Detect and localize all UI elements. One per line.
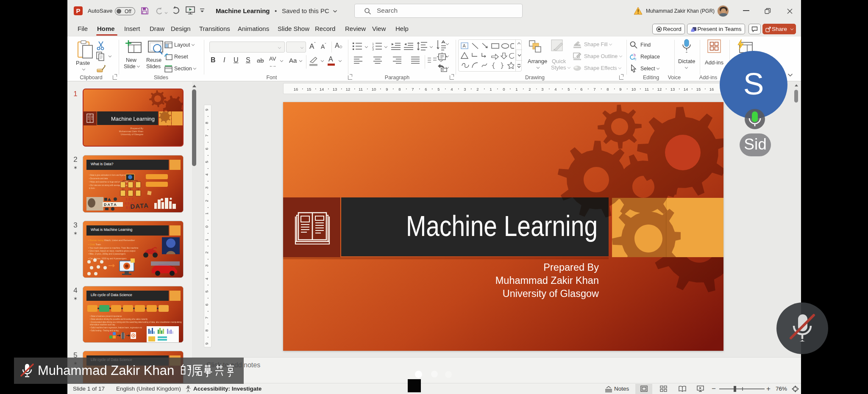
svg-text:11: 11 (359, 87, 363, 92)
svg-text:DATA: DATA (104, 203, 117, 207)
svg-text:University of Glasgow: University of Glasgow (121, 133, 143, 136)
svg-text:8: 8 (204, 122, 209, 124)
svg-text:• You much data given to machi: • You much data given to machine. Train … (88, 247, 139, 249)
svg-text:3: 3 (372, 47, 374, 50)
svg-text:2: 2 (476, 87, 479, 92)
svg-text:Prepared By: Prepared By (130, 127, 143, 130)
svg-text:Machine Learning: Machine Learning (406, 210, 598, 242)
svg-text:4: 4 (451, 87, 453, 92)
svg-text:8: 8 (606, 87, 609, 92)
svg-text:11: 11 (645, 87, 649, 92)
svg-text:• Bike, 2 tyres, 200kg and 2 p: • Bike, 2 tyres, 200kg and 2 passengers (88, 252, 126, 255)
svg-text:DATA: DATA (130, 202, 149, 210)
svg-text:12: 12 (346, 87, 351, 92)
svg-text:12: 12 (657, 87, 662, 92)
svg-text:1 2 3: 1 2 3 (125, 197, 134, 201)
svg-text:0: 0 (503, 87, 505, 92)
svg-text:4: 4 (204, 277, 209, 280)
svg-text:6: 6 (425, 87, 427, 92)
svg-text:0: 0 (204, 225, 209, 228)
svg-text:A: A (463, 43, 466, 48)
svg-text:University of Glasgow: University of Glasgow (503, 288, 599, 299)
svg-text:3: 3 (464, 87, 466, 92)
svg-text:Muhammad Zakir Khan: Muhammad Zakir Khan (119, 130, 143, 133)
svg-text:4: 4 (554, 87, 556, 92)
svg-text:5: 5 (437, 87, 440, 92)
svg-text:• Give input, based on input,: • Give input, based on input, machine gi… (88, 250, 136, 252)
svg-text:7: 7 (593, 87, 595, 92)
svg-text:16: 16 (294, 87, 298, 92)
svg-text:6: 6 (580, 87, 582, 92)
svg-text:7: 7 (204, 316, 209, 319)
svg-text:14: 14 (684, 87, 688, 92)
svg-text:• Solid machine learn regress: • Solid machine learn regression, featur… (90, 327, 142, 329)
svg-text:information machine such say: information machine such say (90, 324, 115, 326)
svg-text:c: c (634, 57, 637, 61)
svg-text:7: 7 (412, 87, 414, 92)
svg-text:• Data selection driving the: • Data selection driving the possible an… (90, 318, 148, 320)
svg-text:3: 3 (204, 264, 209, 266)
svg-text:• Data is give estimation in f: • Data is give estimation in form and fi… (89, 174, 126, 176)
svg-text:in form: in form (89, 187, 95, 189)
svg-text:4: 4 (204, 173, 209, 175)
svg-text:3: 3 (541, 87, 543, 92)
svg-text:2: 2 (204, 200, 209, 202)
svg-text:1: 1 (204, 239, 209, 241)
svg-text:7: 7 (204, 134, 209, 136)
svg-text:5: 5 (204, 161, 209, 163)
svg-text:2: 2 (529, 87, 531, 92)
svg-text:5: 5 (204, 290, 209, 292)
svg-text:8: 8 (398, 87, 401, 92)
svg-text:Machine Learning: Machine Learning (111, 116, 155, 122)
svg-text:13: 13 (333, 87, 337, 92)
svg-text:• Documents and data: • Documents and data (89, 178, 108, 180)
svg-text:16: 16 (709, 87, 714, 92)
svg-text:15: 15 (307, 87, 312, 92)
svg-text:1: 1 (515, 87, 517, 92)
svg-text:6: 6 (204, 303, 209, 305)
svg-text:6: 6 (204, 147, 209, 150)
svg-text:2: 2 (204, 251, 209, 253)
svg-text:• Child Train: • Child Train (88, 243, 101, 246)
svg-text:• Data is business present im: • Data is business present importance (90, 315, 122, 317)
svg-text:• Human being Watch, Listen a: • Human being Watch, Listen and Remember (88, 239, 135, 241)
svg-text:1: 1 (204, 212, 209, 214)
svg-text:13: 13 (670, 87, 675, 92)
svg-text:3: 3 (204, 186, 209, 189)
svg-text:1: 1 (490, 87, 492, 92)
svg-text:9: 9 (386, 87, 388, 92)
svg-text:9: 9 (204, 342, 209, 344)
svg-text:• Solid testing - Testing and: • Solid testing - Testing and tuning (90, 330, 119, 332)
svg-text:9: 9 (619, 87, 621, 92)
svg-text:5: 5 (568, 87, 570, 92)
svg-text:14: 14 (320, 87, 324, 92)
svg-text:9: 9 (204, 108, 209, 111)
svg-text:8: 8 (204, 329, 209, 331)
svg-text:10: 10 (372, 87, 376, 92)
svg-text:10: 10 (632, 87, 636, 92)
svg-text:• Incorporated data driving y: • Incorporated data driving you mining a… (90, 321, 182, 323)
svg-text:Prepared By: Prepared By (543, 262, 599, 273)
svg-text:15: 15 (696, 87, 701, 92)
svg-text:Muhammad Zakir Khan: Muhammad Zakir Khan (495, 275, 599, 286)
